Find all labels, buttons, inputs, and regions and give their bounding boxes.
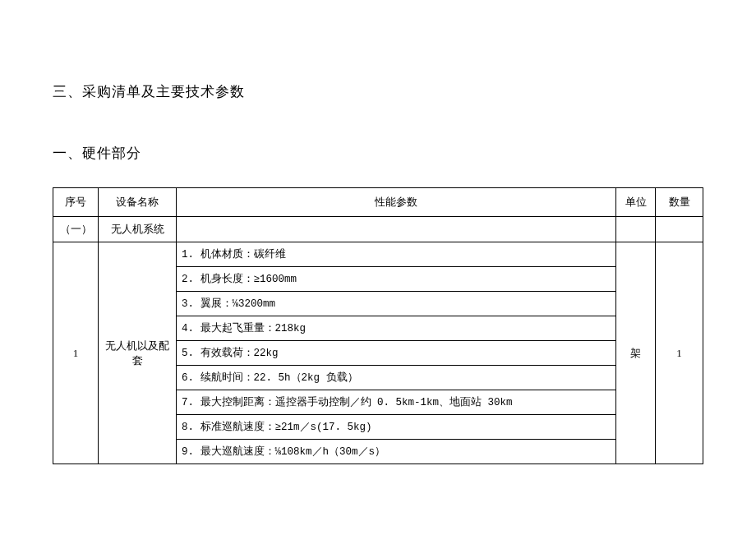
item-unit: 架: [616, 242, 656, 464]
spec-line: 2. 机身长度：≥1600mm: [177, 267, 616, 292]
item-name: 无人机以及配套: [99, 242, 177, 464]
group-index: （一）: [53, 217, 99, 242]
spec-table: 序号 设备名称 性能参数 单位 数量 （一） 无人机系统 1 无人机以及配套 1…: [53, 187, 703, 464]
header-index: 序号: [53, 188, 99, 217]
spec-line: 7. 最大控制距离：遥控器手动控制／约 0. 5km-1km、地面站 30km: [177, 390, 616, 415]
group-name: 无人机系统: [99, 217, 177, 242]
group-qty: [656, 217, 703, 242]
spec-line: 6. 续航时间：22. 5h（2kg 负载）: [177, 366, 616, 390]
section-title: 三、采购清单及主要技术参数: [53, 82, 703, 101]
header-spec: 性能参数: [177, 188, 616, 217]
group-row: （一） 无人机系统: [53, 217, 703, 242]
spec-line: 4. 最大起飞重量：218kg: [177, 316, 616, 341]
group-unit: [616, 217, 656, 242]
spec-line: 5. 有效载荷：22kg: [177, 341, 616, 366]
header-qty: 数量: [656, 188, 703, 217]
subsection-title: 一、硬件部分: [53, 144, 703, 163]
spec-line: 1. 机体材质：碳纤维: [177, 242, 616, 267]
table-header-row: 序号 设备名称 性能参数 单位 数量: [53, 188, 703, 217]
spec-line: 9. 最大巡航速度：⅛108km／h（30m／s）: [177, 440, 616, 464]
header-unit: 单位: [616, 188, 656, 217]
item-index: 1: [53, 242, 99, 464]
item-qty: 1: [656, 242, 703, 464]
group-spec: [177, 217, 616, 242]
header-name: 设备名称: [99, 188, 177, 217]
spec-line: 8. 标准巡航速度：≥21m／s(17. 5kg): [177, 415, 616, 440]
spec-line: 3. 翼展：⅛3200mm: [177, 292, 616, 316]
table-row: 1 无人机以及配套 1. 机体材质：碳纤维 架 1: [53, 242, 703, 267]
